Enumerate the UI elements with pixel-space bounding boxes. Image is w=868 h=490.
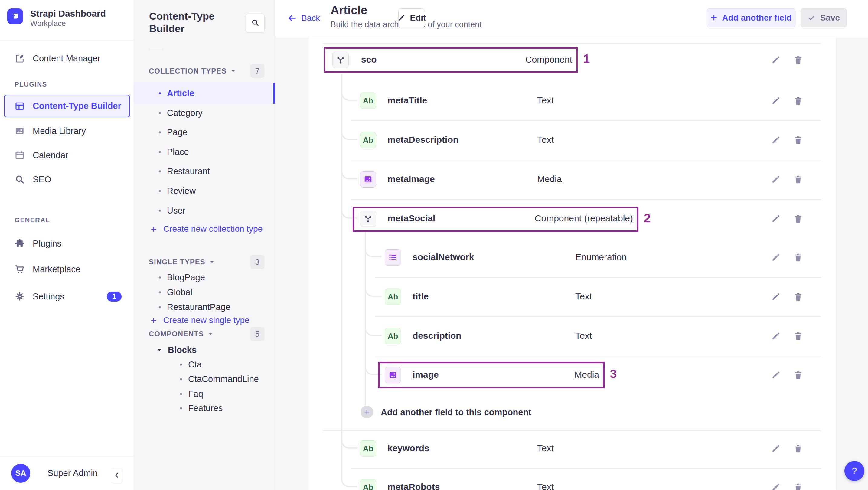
edit-field-button[interactable] [771, 370, 781, 380]
sidebar-section-label-plugins: PLUGINS [14, 81, 47, 88]
save-label: Save [820, 13, 840, 23]
sidebar-item-content-manager[interactable]: Content Manager [0, 50, 134, 67]
collection-type-user[interactable]: User [134, 202, 275, 219]
delete-field-button[interactable] [793, 292, 803, 302]
collection-type-page[interactable]: Page [134, 124, 275, 141]
add-field-label: Add another field [722, 13, 792, 23]
create-collection-type-link[interactable]: +Create new collection type [151, 223, 262, 235]
edit-field-button[interactable] [771, 135, 781, 145]
delete-field-button[interactable] [793, 331, 803, 341]
back-label: Back [301, 13, 320, 23]
sidebar-item-label: Calendar [33, 150, 68, 160]
field-type: Text [537, 482, 554, 490]
field-name: metaTitle [388, 95, 427, 105]
field-name: socialNetwork [412, 252, 474, 262]
component-features[interactable]: Features [134, 400, 275, 417]
sidebar-item-marketplace[interactable]: Marketplace [0, 261, 134, 278]
collection-type-review[interactable]: Review [134, 182, 275, 199]
bullet-icon [180, 378, 182, 380]
single-type-blogpage[interactable]: BlogPage [134, 269, 275, 286]
collapse-sidebar-button[interactable] [111, 468, 123, 483]
field-row-description: AbdescriptionText [309, 316, 836, 356]
edit-field-button[interactable] [771, 174, 781, 184]
bullet-icon [159, 131, 161, 133]
field-row-metasocial: metaSocialComponent (repeatable) [309, 199, 836, 238]
caret-down-icon [208, 331, 214, 337]
delete-field-button[interactable] [793, 252, 803, 263]
delete-field-button[interactable] [793, 135, 803, 145]
field-name: metaSocial [388, 213, 435, 223]
edit-field-button[interactable] [771, 252, 781, 263]
list-item-label: User [167, 206, 185, 216]
delete-field-button[interactable] [793, 214, 803, 224]
delete-field-button[interactable] [793, 370, 803, 380]
delete-field-button[interactable] [793, 96, 803, 106]
sidebar-item-calendar[interactable]: Calendar [0, 147, 134, 164]
edit-field-button[interactable] [771, 214, 781, 224]
annotation-number-1: 1 [583, 52, 590, 66]
sidebar-item-media-library[interactable]: Media Library [0, 123, 134, 140]
annotation-number-3: 3 [610, 367, 617, 381]
search-button[interactable] [246, 13, 265, 33]
caret-down-icon [209, 259, 215, 265]
edit-field-button[interactable] [771, 292, 781, 302]
collection-type-category[interactable]: Category [134, 104, 275, 121]
field-type: Text [575, 331, 592, 341]
add-another-field-button[interactable]: + Add another field [707, 8, 796, 27]
component-ctacommandline[interactable]: CtaCommandLine [134, 370, 275, 388]
delete-field-button[interactable] [793, 55, 803, 65]
help-button[interactable]: ? [844, 461, 864, 481]
panel-divider [149, 49, 163, 49]
user-name: Super Admin [48, 468, 98, 478]
content-type-builder-icon [14, 101, 25, 111]
sidebar-item-plugins[interactable]: Plugins [0, 235, 134, 252]
back-link[interactable]: Back [287, 13, 320, 23]
sidebar-item-label: Media Library [33, 126, 86, 136]
avatar[interactable]: SA [11, 464, 30, 483]
bullet-icon [180, 407, 182, 409]
text-field-icon: Ab [360, 132, 376, 148]
field-type: Component [525, 55, 572, 65]
field-type: Text [537, 134, 554, 145]
list-item-label: Global [167, 287, 192, 297]
section-header-collection-types[interactable]: COLLECTION TYPES [149, 66, 236, 75]
section-header-single-types[interactable]: SINGLE TYPES [149, 257, 215, 267]
text-field-icon: Ab [385, 328, 401, 344]
section-header-components[interactable]: COMPONENTS [149, 329, 214, 338]
delete-field-button[interactable] [793, 443, 803, 454]
strapi-app: Strapi Dashboard Workplace Content Manag… [0, 0, 868, 490]
sidebar-item-seo[interactable]: SEO [0, 171, 134, 188]
delete-field-button[interactable] [793, 482, 803, 490]
single-type-global[interactable]: Global [134, 284, 275, 301]
sidebar-divider [0, 40, 134, 40]
sidebar-item-content-type-builder[interactable]: Content-Type Builder [4, 95, 130, 117]
edit-field-button[interactable] [771, 443, 781, 454]
collection-type-article[interactable]: Article [134, 85, 275, 102]
save-button[interactable]: Save [801, 8, 847, 27]
collection-type-restaurant[interactable]: Restaurant [134, 163, 275, 180]
sidebar-item-settings[interactable]: Settings1 [0, 288, 134, 305]
edit-field-button[interactable] [771, 55, 781, 65]
bullet-icon [159, 170, 161, 173]
section-header-label: COLLECTION TYPES [149, 67, 226, 75]
collection-type-place[interactable]: Place [134, 143, 275, 160]
single-type-restaurantpage[interactable]: RestaurantPage [134, 299, 275, 315]
create-single-type-link[interactable]: +Create new single type [151, 314, 249, 326]
bullet-icon [159, 291, 161, 294]
list-item-label: Features [188, 403, 223, 413]
add-field-to-component-row[interactable]: +Add another field to this component [309, 392, 836, 432]
edit-field-button[interactable] [771, 331, 781, 341]
sidebar-item-label: SEO [33, 175, 51, 184]
edit-field-button[interactable] [771, 482, 781, 490]
list-item-label: Review [167, 186, 196, 196]
text-field-icon: Ab [385, 288, 401, 305]
delete-field-button[interactable] [793, 174, 803, 184]
add-field-plus-button[interactable]: + [361, 406, 373, 418]
edit-button[interactable]: Edit [398, 8, 425, 27]
component-field-icon [360, 211, 376, 227]
content-manager-icon [14, 53, 25, 63]
edit-field-button[interactable] [771, 96, 781, 106]
section-header-label: COMPONENTS [149, 330, 204, 338]
list-item-label: Article [167, 88, 194, 98]
field-name: image [412, 370, 439, 380]
